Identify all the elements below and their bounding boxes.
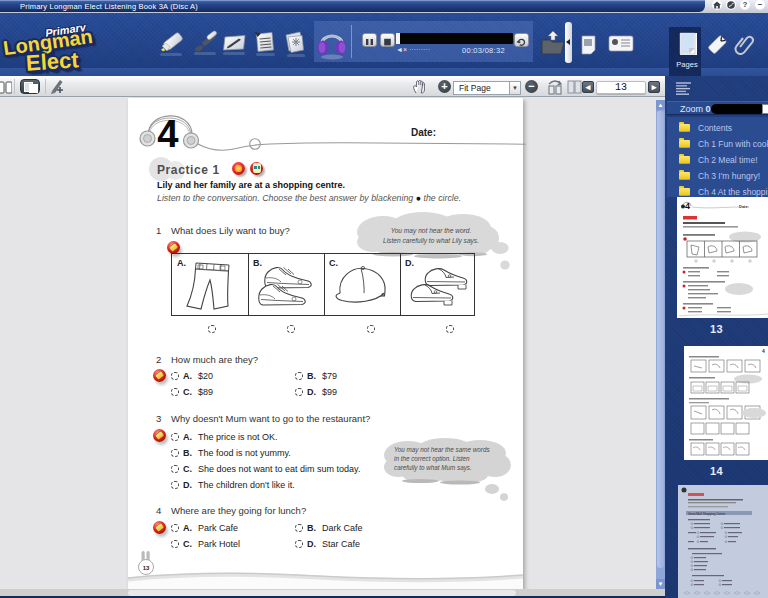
svg-text:4: 4 <box>685 201 690 211</box>
svg-text:Listen carefully to what Lily: Listen carefully to what Lily says. <box>383 237 479 245</box>
svg-text:carefully to what Mum says.: carefully to what Mum says. <box>394 464 472 472</box>
svg-text:You may not hear the same word: You may not hear the same words <box>394 446 490 454</box>
svg-text:You may not hear the word.: You may not hear the word. <box>391 227 472 235</box>
svg-text:Date:: Date: <box>739 204 749 209</box>
svg-text:in the correct option. Listen: in the correct option. Listen <box>394 455 470 463</box>
svg-text:13: 13 <box>143 565 150 571</box>
svg-text:4: 4 <box>762 348 765 354</box>
svg-text:Great Mall Shopping Centre: Great Mall Shopping Centre <box>688 512 726 516</box>
